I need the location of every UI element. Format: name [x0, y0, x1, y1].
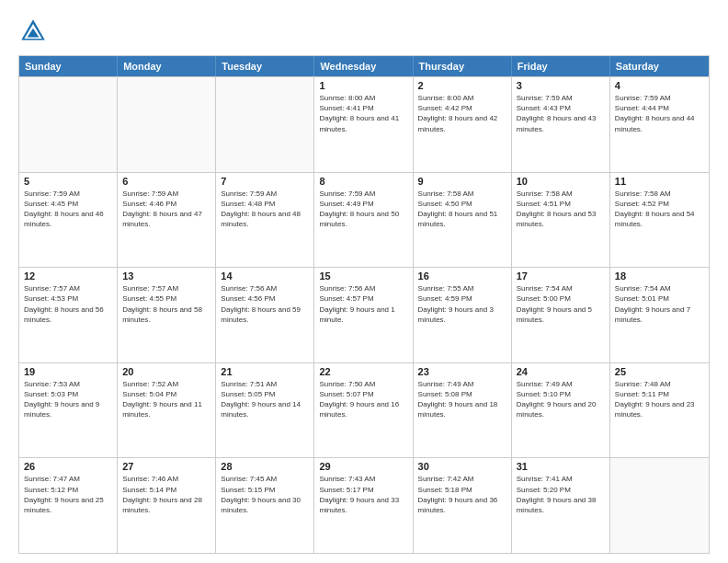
calendar-body: 1Sunrise: 8:00 AM Sunset: 4:41 PM Daylig…	[19, 76, 709, 553]
calendar-cell: 24Sunrise: 7:49 AM Sunset: 5:10 PM Dayli…	[512, 363, 610, 458]
calendar-cell: 4Sunrise: 7:59 AM Sunset: 4:44 PM Daylig…	[610, 77, 709, 172]
calendar-cell: 11Sunrise: 7:58 AM Sunset: 4:52 PM Dayli…	[610, 173, 709, 268]
cell-day-number: 11	[615, 176, 704, 187]
cal-header-cell: Sunday	[19, 56, 118, 76]
cal-header-cell: Saturday	[610, 56, 709, 76]
calendar-cell: 30Sunrise: 7:42 AM Sunset: 5:18 PM Dayli…	[414, 458, 512, 553]
cell-info-text: Sunrise: 7:58 AM Sunset: 4:52 PM Dayligh…	[615, 189, 704, 230]
cell-day-number: 26	[24, 461, 112, 472]
cell-day-number: 18	[615, 270, 704, 282]
calendar-cell: 26Sunrise: 7:47 AM Sunset: 5:12 PM Dayli…	[19, 458, 118, 553]
cell-day-number: 7	[221, 176, 309, 187]
calendar-week-row: 12Sunrise: 7:57 AM Sunset: 4:53 PM Dayli…	[19, 267, 709, 362]
calendar-cell: 13Sunrise: 7:57 AM Sunset: 4:55 PM Dayli…	[118, 268, 216, 362]
cal-header-cell: Friday	[512, 56, 610, 76]
cell-info-text: Sunrise: 7:59 AM Sunset: 4:44 PM Dayligh…	[615, 93, 704, 134]
cell-info-text: Sunrise: 7:56 AM Sunset: 4:56 PM Dayligh…	[221, 283, 309, 325]
calendar-cell: 15Sunrise: 7:56 AM Sunset: 4:57 PM Dayli…	[314, 268, 413, 362]
cal-header-cell: Tuesday	[216, 56, 314, 76]
cell-day-number: 30	[418, 461, 506, 472]
calendar-cell: 28Sunrise: 7:45 AM Sunset: 5:15 PM Dayli…	[216, 458, 314, 553]
cell-day-number: 3	[517, 80, 605, 91]
cal-header-cell: Monday	[118, 56, 216, 76]
cell-info-text: Sunrise: 8:00 AM Sunset: 4:42 PM Dayligh…	[418, 93, 506, 134]
cell-day-number: 17	[517, 270, 605, 282]
cell-info-text: Sunrise: 7:56 AM Sunset: 4:57 PM Dayligh…	[319, 283, 407, 325]
cell-info-text: Sunrise: 7:46 AM Sunset: 5:14 PM Dayligh…	[122, 474, 210, 515]
cell-day-number: 16	[418, 270, 506, 282]
calendar-cell: 20Sunrise: 7:52 AM Sunset: 5:04 PM Dayli…	[118, 363, 216, 458]
cell-day-number: 22	[319, 366, 407, 377]
header	[18, 17, 710, 46]
cell-day-number: 29	[319, 461, 407, 472]
cell-day-number: 20	[122, 366, 210, 377]
calendar-cell: 17Sunrise: 7:54 AM Sunset: 5:00 PM Dayli…	[512, 268, 610, 362]
calendar-cell: 7Sunrise: 7:59 AM Sunset: 4:48 PM Daylig…	[216, 173, 314, 268]
logo	[18, 17, 51, 46]
cell-info-text: Sunrise: 7:45 AM Sunset: 5:15 PM Dayligh…	[221, 474, 309, 515]
cell-day-number: 8	[319, 176, 407, 187]
cell-info-text: Sunrise: 7:51 AM Sunset: 5:05 PM Dayligh…	[221, 379, 309, 420]
calendar-cell: 19Sunrise: 7:53 AM Sunset: 5:03 PM Dayli…	[19, 363, 118, 458]
cell-info-text: Sunrise: 7:54 AM Sunset: 5:00 PM Dayligh…	[517, 283, 605, 325]
calendar-cell: 21Sunrise: 7:51 AM Sunset: 5:05 PM Dayli…	[216, 363, 314, 458]
calendar-week-row: 26Sunrise: 7:47 AM Sunset: 5:12 PM Dayli…	[19, 457, 709, 553]
cell-info-text: Sunrise: 7:52 AM Sunset: 5:04 PM Dayligh…	[122, 379, 210, 420]
calendar-cell	[610, 458, 709, 553]
cell-day-number: 4	[615, 80, 704, 91]
calendar-cell: 23Sunrise: 7:49 AM Sunset: 5:08 PM Dayli…	[414, 363, 512, 458]
cell-day-number: 5	[24, 176, 112, 187]
cell-day-number: 27	[122, 461, 210, 472]
calendar-week-row: 19Sunrise: 7:53 AM Sunset: 5:03 PM Dayli…	[19, 362, 709, 458]
calendar-cell: 29Sunrise: 7:43 AM Sunset: 5:17 PM Dayli…	[314, 458, 413, 553]
calendar-cell	[19, 77, 118, 172]
calendar-cell	[118, 77, 216, 172]
cell-info-text: Sunrise: 7:53 AM Sunset: 5:03 PM Dayligh…	[24, 379, 112, 420]
cell-info-text: Sunrise: 7:59 AM Sunset: 4:43 PM Dayligh…	[517, 93, 605, 134]
cell-day-number: 21	[221, 366, 309, 377]
cell-info-text: Sunrise: 7:59 AM Sunset: 4:48 PM Dayligh…	[221, 189, 309, 230]
calendar-week-row: 1Sunrise: 8:00 AM Sunset: 4:41 PM Daylig…	[19, 76, 709, 172]
cell-info-text: Sunrise: 7:59 AM Sunset: 4:49 PM Dayligh…	[319, 189, 407, 230]
calendar-cell: 22Sunrise: 7:50 AM Sunset: 5:07 PM Dayli…	[314, 363, 413, 458]
cell-day-number: 10	[517, 176, 605, 187]
calendar-cell	[216, 77, 314, 172]
calendar-cell: 5Sunrise: 7:59 AM Sunset: 4:45 PM Daylig…	[19, 173, 118, 268]
cell-info-text: Sunrise: 7:43 AM Sunset: 5:17 PM Dayligh…	[319, 474, 407, 515]
cell-day-number: 2	[418, 80, 506, 91]
calendar-cell: 27Sunrise: 7:46 AM Sunset: 5:14 PM Dayli…	[118, 458, 216, 553]
cell-info-text: Sunrise: 8:00 AM Sunset: 4:41 PM Dayligh…	[319, 93, 407, 134]
cell-info-text: Sunrise: 7:48 AM Sunset: 5:11 PM Dayligh…	[615, 379, 704, 420]
calendar-cell: 1Sunrise: 8:00 AM Sunset: 4:41 PM Daylig…	[314, 77, 413, 172]
calendar-cell: 18Sunrise: 7:54 AM Sunset: 5:01 PM Dayli…	[610, 268, 709, 362]
cell-info-text: Sunrise: 7:49 AM Sunset: 5:10 PM Dayligh…	[517, 379, 605, 420]
calendar-cell: 25Sunrise: 7:48 AM Sunset: 5:11 PM Dayli…	[610, 363, 709, 458]
cell-info-text: Sunrise: 7:59 AM Sunset: 4:45 PM Dayligh…	[24, 189, 112, 230]
calendar-cell: 14Sunrise: 7:56 AM Sunset: 4:56 PM Dayli…	[216, 268, 314, 362]
cell-day-number: 15	[319, 270, 407, 282]
cell-info-text: Sunrise: 7:57 AM Sunset: 4:53 PM Dayligh…	[24, 283, 112, 325]
logo-icon	[18, 17, 48, 46]
cell-info-text: Sunrise: 7:41 AM Sunset: 5:20 PM Dayligh…	[517, 474, 605, 515]
cell-info-text: Sunrise: 7:59 AM Sunset: 4:46 PM Dayligh…	[122, 189, 210, 230]
cell-day-number: 25	[615, 366, 704, 377]
cell-day-number: 12	[24, 270, 112, 282]
calendar-cell: 16Sunrise: 7:55 AM Sunset: 4:59 PM Dayli…	[414, 268, 512, 362]
cell-day-number: 1	[319, 80, 407, 91]
cell-day-number: 9	[418, 176, 506, 187]
cell-info-text: Sunrise: 7:47 AM Sunset: 5:12 PM Dayligh…	[24, 474, 112, 515]
cal-header-cell: Wednesday	[314, 56, 413, 76]
cal-header-cell: Thursday	[414, 56, 512, 76]
cell-info-text: Sunrise: 7:58 AM Sunset: 4:51 PM Dayligh…	[517, 189, 605, 230]
cell-info-text: Sunrise: 7:57 AM Sunset: 4:55 PM Dayligh…	[122, 283, 210, 325]
calendar-week-row: 5Sunrise: 7:59 AM Sunset: 4:45 PM Daylig…	[19, 172, 709, 268]
cell-day-number: 14	[221, 270, 309, 282]
calendar-cell: 12Sunrise: 7:57 AM Sunset: 4:53 PM Dayli…	[19, 268, 118, 362]
cell-day-number: 31	[517, 461, 605, 472]
cell-day-number: 6	[122, 176, 210, 187]
cell-day-number: 23	[418, 366, 506, 377]
page: SundayMondayTuesdayWednesdayThursdayFrid…	[0, 0, 728, 563]
calendar-cell: 8Sunrise: 7:59 AM Sunset: 4:49 PM Daylig…	[314, 173, 413, 268]
cell-info-text: Sunrise: 7:49 AM Sunset: 5:08 PM Dayligh…	[418, 379, 506, 420]
cell-day-number: 19	[24, 366, 112, 377]
